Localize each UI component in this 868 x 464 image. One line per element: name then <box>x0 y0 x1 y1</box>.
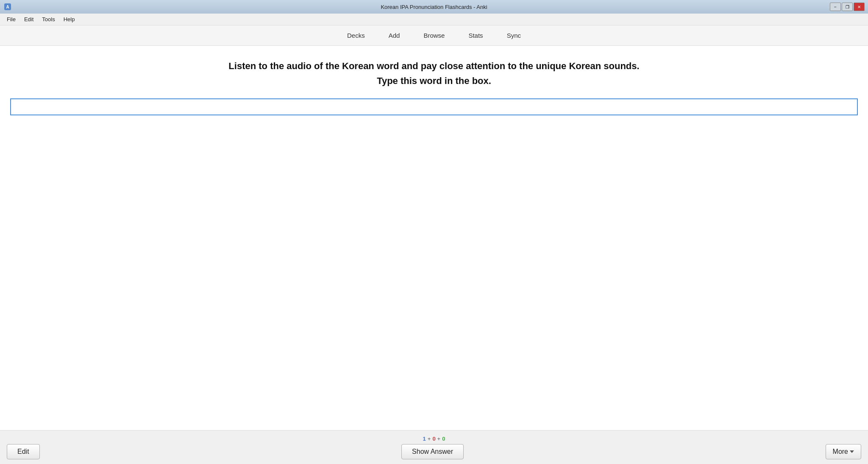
more-button[interactable]: More <box>826 444 861 459</box>
card-prompt-line1: Listen to the audio of the Korean word a… <box>10 59 858 73</box>
close-button[interactable]: ✕ <box>854 3 865 11</box>
stat-new: 1 <box>423 436 426 442</box>
menu-bar: File Edit Tools Help <box>0 14 868 25</box>
main-content: Listen to the audio of the Korean word a… <box>0 46 868 430</box>
card-prompt-line2: Type this word in the box. <box>10 73 858 88</box>
stat-due: 0 <box>442 436 445 442</box>
menu-file[interactable]: File <box>3 15 20 23</box>
restore-button[interactable]: ❐ <box>842 3 853 11</box>
stat-plus2: + <box>437 436 441 442</box>
title-bar: A Korean IPA Pronunciation Flashcards - … <box>0 0 868 14</box>
bottom-right: More <box>826 444 861 459</box>
window-title: Korean IPA Pronunciation Flashcards - An… <box>0 4 868 10</box>
nav-bar: Decks Add Browse Stats Sync <box>0 25 868 46</box>
bottom-stats: 1 + 0 + 0 <box>423 436 445 442</box>
menu-help[interactable]: Help <box>59 15 79 23</box>
nav-decks[interactable]: Decks <box>344 30 368 41</box>
bottom-center: Show Answer <box>40 444 826 459</box>
card-prompt: Listen to the audio of the Korean word a… <box>10 59 858 88</box>
nav-browse[interactable]: Browse <box>420 30 448 41</box>
bottom-bar: 1 + 0 + 0 Edit Show Answer More <box>0 430 868 464</box>
chevron-down-icon <box>850 450 854 453</box>
card-text-input[interactable] <box>10 98 858 115</box>
bottom-buttons: Edit Show Answer More <box>7 444 861 459</box>
show-answer-button[interactable]: Show Answer <box>401 444 464 459</box>
nav-stats[interactable]: Stats <box>465 30 486 41</box>
nav-sync[interactable]: Sync <box>504 30 524 41</box>
stat-plus1: + <box>428 436 431 442</box>
minimize-button[interactable]: − <box>830 3 841 11</box>
menu-edit[interactable]: Edit <box>20 15 38 23</box>
more-label: More <box>833 448 848 456</box>
edit-button[interactable]: Edit <box>7 444 40 459</box>
stat-learning: 0 <box>432 436 435 442</box>
menu-tools[interactable]: Tools <box>38 15 59 23</box>
bottom-left: Edit <box>7 444 40 459</box>
nav-add[interactable]: Add <box>385 30 403 41</box>
card-input-area <box>10 98 858 115</box>
window-controls: − ❐ ✕ <box>830 3 865 11</box>
